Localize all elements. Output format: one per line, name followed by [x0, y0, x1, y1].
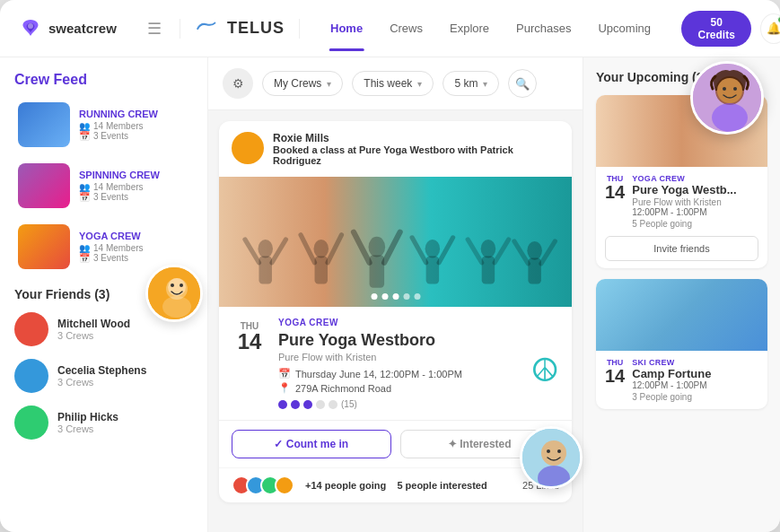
svg-point-38	[547, 449, 550, 453]
svg-point-25	[527, 241, 542, 260]
svg-point-17	[425, 240, 441, 258]
upcoming-event-name-ski: Camp Fortune	[632, 367, 758, 381]
notification-button[interactable]: 🔔	[760, 13, 780, 44]
crew-item-spinning[interactable]: SPINNING CREW 👥 14 Members 📅 3 Events	[14, 160, 193, 212]
upcoming-going-yoga: 5 People going	[632, 219, 758, 229]
svg-rect-18	[426, 257, 439, 284]
svg-rect-6	[259, 257, 271, 284]
svg-point-43	[723, 87, 726, 91]
rating-dot-3	[303, 400, 312, 409]
crew-name-running: RUNNING CREW	[79, 109, 189, 119]
nav-purchases[interactable]: Purchases	[504, 14, 583, 42]
distance-label: 5 km	[454, 77, 478, 90]
crew-members-running: 👥 14 Members	[79, 121, 189, 131]
svg-point-21	[481, 240, 496, 258]
main-layout: Crew Feed RUNNING CREW 👥 14 Members 📅 3 …	[0, 57, 780, 532]
nav-right: 50 Credits 🔔	[681, 11, 780, 47]
svg-point-33	[171, 283, 174, 287]
nav-explore[interactable]: Explore	[437, 14, 502, 42]
svg-rect-14	[370, 255, 385, 287]
calendar-icon-post: 📅	[278, 368, 291, 379]
crew-events-running: 📅 3 Events	[79, 131, 189, 141]
upcoming-image-ski	[596, 279, 767, 351]
friend-name-cecelia: Cecelia Stephens	[57, 364, 146, 377]
invite-friends-button[interactable]: Invite friends	[605, 236, 758, 261]
post-details: THU 14 YOGA CREW Pure Yoga Westboro Pure…	[219, 307, 572, 420]
upcoming-date-box-ski: THU 14	[605, 358, 625, 385]
upcoming-details-yoga: YOGA CREW Pure Yoga Westb... Pure Flow w…	[632, 174, 758, 229]
search-icon: 🔍	[515, 77, 530, 91]
post-user-name: Roxie Mills	[273, 132, 559, 144]
social-going-text: +14 people going 5 people interested	[305, 480, 487, 491]
count-me-in-button[interactable]: ✓ Count me in	[232, 430, 391, 458]
svg-point-13	[369, 237, 386, 257]
post-address-meta: 📍 279A Richmond Road	[278, 382, 520, 394]
search-button[interactable]: 🔍	[508, 69, 537, 98]
chevron-down-icon-3: ▾	[483, 79, 487, 89]
post-main-info: YOGA CREW Pure Yoga Westboro Pure Flow w…	[278, 318, 520, 409]
peace-icon: ☮	[530, 352, 559, 389]
crew-info-yoga: YOGA CREW 👥 14 Members 📅 3 Events	[79, 231, 189, 263]
friend-name-mitchell: Mitchell Wood	[57, 318, 130, 330]
crew-events-yoga: 📅 3 Events	[79, 253, 189, 263]
upcoming-details-ski: SKI CREW Camp Fortune 12:00PM - 1:00PM 3…	[632, 358, 758, 403]
rating-dot-1	[278, 400, 287, 409]
svg-point-34	[180, 283, 183, 287]
filter-settings-icon[interactable]: ⚙	[223, 68, 253, 99]
rating-dot-5	[329, 400, 337, 409]
telus-text: TELUS	[227, 19, 285, 38]
nav-upcoming[interactable]: Upcoming	[585, 14, 663, 42]
friend-avatar-mitchell	[14, 312, 48, 346]
sponsor-logo: TELUS	[180, 19, 300, 39]
svg-rect-22	[482, 257, 495, 284]
svg-point-5	[258, 240, 273, 258]
post-header: Roxie Mills Booked a class at Pure Yoga …	[219, 121, 572, 177]
floating-avatar-bottom-right	[520, 426, 583, 489]
nav-home[interactable]: Home	[318, 14, 375, 42]
upcoming-day-num-yoga: 14	[605, 183, 625, 201]
svg-rect-26	[528, 258, 540, 284]
upcoming-date-box-yoga: THU 14	[605, 174, 625, 201]
crew-item-running[interactable]: RUNNING CREW 👥 14 Members 📅 3 Events	[14, 99, 193, 151]
logo-area: sweatcrew	[18, 16, 126, 41]
hamburger-icon[interactable]: ☰	[147, 19, 162, 39]
crew-feed-title: Crew Feed	[14, 72, 193, 88]
nav-crews[interactable]: Crews	[377, 14, 435, 42]
svg-point-45	[712, 103, 748, 132]
telus-swoosh-icon	[195, 19, 223, 39]
friend-info-cecelia: Cecelia Stephens 3 Crews	[57, 364, 146, 388]
logo-text: sweatcrew	[48, 21, 117, 36]
chevron-down-icon: ▾	[327, 79, 331, 89]
friend-name-philip: Philip Hicks	[57, 411, 118, 423]
people-icon-2: 👥	[79, 182, 90, 192]
floating-avatar-top-right	[690, 61, 764, 135]
dot-5	[414, 293, 420, 300]
friend-info-philip: Philip Hicks 3 Crews	[57, 411, 118, 434]
this-week-filter[interactable]: This week ▾	[352, 71, 434, 96]
svg-point-31	[168, 278, 186, 296]
crew-info-running: RUNNING CREW 👥 14 Members 📅 3 Events	[79, 109, 189, 141]
my-crews-filter[interactable]: My Crews ▾	[262, 71, 343, 96]
social-avatars	[232, 475, 289, 495]
friend-info-mitchell: Mitchell Wood 3 Crews	[57, 318, 130, 341]
post-peace-area: ☮	[530, 318, 559, 409]
upcoming-time-ski: 12:00PM - 1:00PM	[632, 380, 758, 390]
friend-item-philip[interactable]: Philip Hicks 3 Crews	[14, 406, 193, 440]
distance-filter[interactable]: 5 km ▾	[443, 71, 499, 96]
yoga-scene-svg	[219, 177, 572, 307]
dot-4	[403, 293, 409, 300]
dot-1	[371, 293, 377, 300]
friend-crews-cecelia: 3 Crews	[57, 377, 146, 388]
credits-button[interactable]: 50 Credits	[681, 11, 751, 47]
post-event-subtitle: Pure Flow with Kristen	[278, 352, 520, 362]
crew-members-yoga: 👥 14 Members	[79, 243, 189, 253]
friend-avatar-philip	[14, 406, 48, 440]
post-day-num: 14	[238, 331, 262, 353]
post-crew-tag: YOGA CREW	[278, 318, 520, 327]
friend-item-cecelia[interactable]: Cecelia Stephens 3 Crews	[14, 359, 193, 393]
floating-avatar-orange	[145, 265, 203, 322]
dot-2	[381, 293, 388, 300]
feed-filter-bar: ⚙ My Crews ▾ This week ▾ 5 km ▾ 🔍	[208, 57, 583, 110]
rating-count: (15)	[341, 399, 357, 409]
upcoming-crew-tag-yoga: YOGA CREW	[632, 174, 758, 183]
